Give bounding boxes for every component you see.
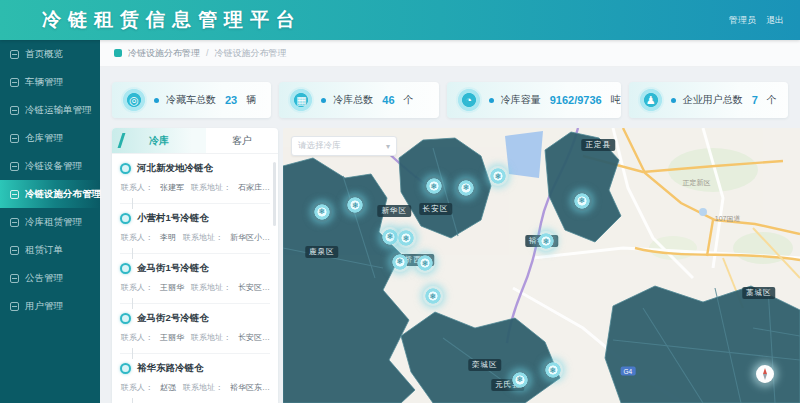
address-label: 联系地址： — [191, 282, 231, 293]
contact-label: 联系人： — [121, 182, 153, 193]
breadcrumb-separator: / — [206, 48, 209, 58]
address-label: 联系地址： — [191, 182, 231, 193]
map-container[interactable]: 请选择冷库 ▾ 新华区 长安区 桥西区 裕华区 正定县 鹿泉区 — [283, 128, 800, 403]
select-placeholder: 请选择冷库 — [298, 140, 341, 152]
list-scrollbar[interactable] — [273, 162, 276, 226]
storage-name: 裕华东路冷链仓 — [137, 362, 204, 375]
district-label-chip: 正定县 — [582, 139, 616, 151]
storage-select-dropdown[interactable]: 请选择冷库 ▾ — [291, 136, 397, 156]
sidebar-item[interactable]: 冷链设施分布管理 — [0, 180, 100, 208]
cold-storage-map-marker-icon[interactable]: ❄ — [456, 178, 476, 198]
stat-icon: ◔ — [456, 87, 482, 113]
cold-storage-map-marker-icon[interactable]: ❄ — [488, 166, 508, 186]
road-shield-chip: G4 — [620, 367, 635, 376]
cold-storage-map-marker-icon[interactable]: ❄ — [396, 228, 416, 248]
sidebar-item-label: 冷库租赁管理 — [25, 216, 82, 229]
cold-storage-map-marker-icon[interactable]: ❄ — [424, 176, 444, 196]
sidebar-item-label: 公告管理 — [25, 272, 63, 285]
address-value: 裕华区东岗路88号 — [230, 382, 270, 393]
sidebar-item[interactable]: 冷库租赁管理 — [0, 208, 100, 236]
sidebar-item[interactable]: 冷链设备管理 — [0, 152, 100, 180]
sidebar-item[interactable]: 公告管理 — [0, 264, 100, 292]
bullet-dot-icon — [671, 98, 676, 103]
district-label-chip: 藁城区 — [742, 287, 776, 299]
compass-control-icon[interactable] — [756, 365, 774, 383]
contact-label: 联系人： — [121, 382, 153, 393]
address-value: 石家庄市桥西区北二环1号 — [238, 182, 270, 193]
sidebar-item[interactable]: 仓库管理 — [0, 124, 100, 152]
cold-storage-map-marker-icon[interactable]: ❄ — [423, 286, 443, 306]
contact-label: 联系人： — [121, 332, 153, 343]
menu-icon — [10, 50, 19, 59]
stat-card: ♟ 企业用户总数 7 个 — [629, 82, 788, 118]
contact-value: 王丽华 — [160, 332, 184, 343]
menu-icon — [10, 246, 19, 255]
cold-storage-map-marker-icon[interactable]: ❄ — [415, 253, 435, 273]
address-label: 联系地址： — [183, 232, 223, 243]
stat-unit: 辆 — [246, 93, 256, 107]
contact-value: 张建军 — [160, 182, 184, 193]
menu-icon — [10, 162, 19, 171]
storage-list-item[interactable]: 小营村1号冷链仓 联系人：李明 联系地址：新华区小营村工业园22号 — [120, 204, 270, 254]
sidebar-item-label: 冷链设备管理 — [25, 160, 82, 173]
sidebar-item[interactable]: 冷链运输单管理 — [0, 96, 100, 124]
storage-list-item[interactable]: 裕华东路冷链仓 联系人：赵强 联系地址：裕华区东岗路88号 — [120, 354, 270, 403]
breadcrumb-root[interactable]: 冷链设施分布管理 — [128, 47, 200, 60]
sidebar-item[interactable]: 用户管理 — [0, 292, 100, 320]
storage-marker-icon — [120, 363, 131, 374]
menu-icon — [10, 302, 19, 311]
sidebar-item-label: 车辆管理 — [25, 76, 63, 89]
sidebar-item-label: 首页概览 — [25, 48, 63, 61]
storage-list-panel: 冷库 客户 河北新发地冷链仓 联系人：张建 — [112, 128, 278, 403]
contact-value: 李明 — [160, 232, 176, 243]
main-content: ◎ 冷藏车总数 23 辆 ▦ 冷库总数 46 个 ◔ 冷库容量 9162/973… — [100, 67, 800, 403]
sidebar-item-label: 租赁订单 — [25, 244, 63, 257]
sidebar-item-label: 冷链运输单管理 — [25, 104, 92, 117]
stat-label: 企业用户总数 — [683, 93, 743, 107]
contact-label: 联系人： — [121, 282, 153, 293]
breadcrumb-current: 冷链设施分布管理 — [215, 47, 287, 60]
storage-list-item[interactable]: 河北新发地冷链仓 联系人：张建军 联系地址：石家庄市桥西区北二环1号 — [120, 154, 270, 204]
road-name-label: 正定新区 — [683, 178, 711, 188]
cold-storage-map-marker-icon[interactable]: ❄ — [572, 191, 592, 211]
cold-storage-map-marker-icon[interactable]: ❄ — [543, 360, 563, 380]
cold-storage-map-marker-icon[interactable]: ❄ — [312, 202, 332, 222]
storage-marker-icon — [120, 213, 131, 224]
storage-list: 河北新发地冷链仓 联系人：张建军 联系地址：石家庄市桥西区北二环1号 小营村1号… — [112, 154, 278, 403]
stat-label: 冷藏车总数 — [166, 93, 216, 107]
stat-value: 9162/9736 — [550, 94, 602, 106]
stat-icon: ♟ — [638, 87, 664, 113]
stat-card: ▦ 冷库总数 46 个 — [279, 82, 438, 118]
stat-unit: 个 — [404, 93, 414, 107]
sidebar-item[interactable]: 车辆管理 — [0, 68, 100, 96]
stat-card: ◎ 冷藏车总数 23 辆 — [112, 82, 271, 118]
username-label: 管理员 — [729, 0, 756, 40]
contact-label: 联系人： — [121, 232, 153, 243]
app-header: 冷链租赁信息管理平台 管理员 退出 — [0, 0, 800, 40]
contact-value: 赵强 — [160, 382, 176, 393]
storage-list-item[interactable]: 金马街1号冷链仓 联系人：王丽华 联系地址：长安区金马街道12号 — [120, 254, 270, 304]
address-label: 联系地址： — [191, 332, 231, 343]
sidebar-item[interactable]: 首页概览 — [0, 40, 100, 68]
cold-storage-map-marker-icon[interactable]: ❄ — [510, 370, 530, 390]
storage-list-item[interactable]: 金马街2号冷链仓 联系人：王丽华 联系地址：长安区金马街道15号 — [120, 304, 270, 354]
address-value: 长安区金马街道12号 — [238, 282, 270, 293]
bullet-dot-icon — [321, 98, 326, 103]
logout-button[interactable]: 退出 — [766, 0, 784, 40]
panel-tab[interactable]: 客户 — [206, 128, 278, 153]
storage-name: 金马街2号冷链仓 — [137, 312, 209, 325]
storage-marker-icon — [120, 263, 131, 274]
map-canvas[interactable] — [283, 128, 800, 403]
address-label: 联系地址： — [183, 382, 223, 393]
panel-tab[interactable]: 冷库 — [112, 128, 206, 153]
cold-storage-map-marker-icon[interactable]: ❄ — [390, 252, 410, 272]
cold-storage-map-marker-icon[interactable]: ❄ — [536, 231, 556, 251]
breadcrumb: 冷链设施分布管理 / 冷链设施分布管理 — [100, 40, 800, 67]
cold-storage-map-marker-icon[interactable]: ❄ — [345, 195, 365, 215]
sidebar-item[interactable]: 租赁订单 — [0, 236, 100, 264]
contact-value: 王丽华 — [160, 282, 184, 293]
road-name-label: 107国道 — [715, 214, 741, 224]
stat-unit: 个 — [767, 93, 777, 107]
district-label-chip: 长安区 — [419, 203, 453, 215]
menu-icon — [10, 78, 19, 87]
